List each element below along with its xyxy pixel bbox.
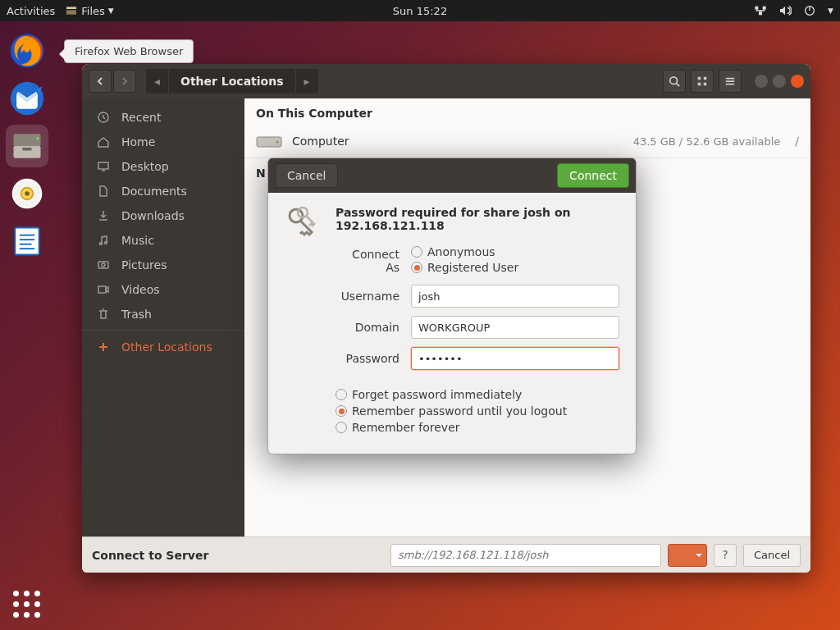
dock <box>0 21 54 630</box>
sidebar-label: Recent <box>121 111 161 124</box>
forward-button[interactable] <box>113 70 136 93</box>
path-prev[interactable]: ◂ <box>146 69 169 94</box>
drive-row-computer[interactable]: Computer 43.5 GB / 52.6 GB available / <box>244 125 810 158</box>
dialog-title: Password required for share josh on 192.… <box>336 206 619 232</box>
keys-icon <box>285 206 322 437</box>
path-current[interactable]: Other Locations <box>169 69 296 94</box>
dialog-cancel-button[interactable]: Cancel <box>275 163 338 188</box>
svg-point-36 <box>105 242 107 244</box>
sidebar-pictures[interactable]: Pictures <box>82 253 244 277</box>
svg-point-35 <box>100 243 103 245</box>
sidebar-label: Home <box>121 135 155 148</box>
svg-rect-17 <box>15 228 39 255</box>
radio-label: Remember password until you logout <box>352 404 567 418</box>
sidebar-label: Downloads <box>121 209 185 222</box>
sidebar-label: Documents <box>121 185 187 198</box>
server-address-input[interactable] <box>390 544 661 567</box>
dock-rhythmbox[interactable] <box>6 172 48 215</box>
radio-registered-user[interactable]: Registered User <box>411 261 619 274</box>
app-menu-label: Files <box>81 5 105 17</box>
connect-to-server-bar: Connect to Server ? Cancel <box>82 536 810 573</box>
svg-point-12 <box>36 137 39 139</box>
svg-rect-3 <box>763 7 766 10</box>
svg-rect-27 <box>698 83 701 86</box>
sidebar-label: Other Locations <box>121 340 212 354</box>
back-button[interactable] <box>89 70 112 93</box>
hamburger-menu[interactable] <box>719 70 742 93</box>
window-maximize[interactable] <box>773 75 786 88</box>
server-cancel-button[interactable]: Cancel <box>743 544 801 567</box>
sidebar-trash[interactable]: Trash <box>82 302 244 326</box>
chevron-down-icon: ▼ <box>108 7 114 15</box>
server-history-dropdown[interactable] <box>668 544 707 567</box>
svg-rect-0 <box>66 7 76 9</box>
top-panel: Activities Files ▼ Sun 15:22 ▼ <box>0 0 840 21</box>
path-next[interactable]: ▸ <box>296 69 319 94</box>
sidebar-videos[interactable]: Videos <box>82 277 244 302</box>
svg-point-43 <box>276 141 279 144</box>
status-area[interactable]: ▼ <box>754 4 833 17</box>
radio-label: Anonymous <box>427 245 495 258</box>
radio-anonymous[interactable]: Anonymous <box>411 245 619 258</box>
radio-label: Remember forever <box>352 421 460 434</box>
svg-rect-4 <box>759 11 762 15</box>
clock[interactable]: Sun 15:22 <box>393 5 447 17</box>
drive-name: Computer <box>292 135 633 148</box>
sidebar-home[interactable]: Home <box>82 130 244 154</box>
username-label: Username <box>336 290 411 303</box>
dock-writer[interactable] <box>6 220 48 262</box>
show-applications[interactable] <box>13 591 41 619</box>
drive-mount: / <box>795 135 799 148</box>
dock-thunderbird[interactable] <box>6 77 48 120</box>
username-input[interactable] <box>411 285 619 308</box>
connect-as-label: Connect As <box>336 248 411 274</box>
svg-rect-28 <box>704 83 707 86</box>
path-bar[interactable]: ◂ Other Locations ▸ <box>146 69 319 94</box>
server-help-button[interactable]: ? <box>714 544 737 567</box>
svg-line-24 <box>677 84 680 87</box>
dialog-header[interactable]: Cancel Connect <box>268 158 636 193</box>
sidebar-downloads[interactable]: Downloads <box>82 203 244 228</box>
files-titlebar[interactable]: ◂ Other Locations ▸ <box>82 64 810 98</box>
svg-rect-9 <box>14 134 41 146</box>
radio-remember-forever[interactable]: Remember forever <box>336 421 619 434</box>
domain-input[interactable] <box>411 316 619 339</box>
password-label: Password <box>336 352 411 365</box>
svg-rect-37 <box>98 262 108 268</box>
sidebar-label: Pictures <box>121 258 167 272</box>
sidebar-other-locations[interactable]: Other Locations <box>82 330 244 359</box>
svg-rect-25 <box>698 77 701 80</box>
password-input[interactable] <box>411 347 619 370</box>
sidebar-desktop[interactable]: Desktop <box>82 154 244 179</box>
app-menu[interactable]: Files ▼ <box>65 4 113 17</box>
svg-rect-33 <box>98 162 108 169</box>
dock-tooltip: Firefox Web Browser <box>64 39 194 63</box>
search-button[interactable] <box>663 70 686 93</box>
radio-forget-immediately[interactable]: Forget password immediately <box>336 388 619 401</box>
power-icon <box>803 4 816 17</box>
svg-rect-1 <box>66 10 76 14</box>
dock-firefox[interactable] <box>6 30 48 72</box>
svg-rect-39 <box>98 286 106 293</box>
activities-button[interactable]: Activities <box>7 5 55 17</box>
radio-label: Registered User <box>427 261 518 274</box>
window-close[interactable] <box>791 75 804 88</box>
radio-remember-until-logout[interactable]: Remember password until you logout <box>336 404 619 418</box>
dialog-connect-button[interactable]: Connect <box>557 163 629 188</box>
domain-label: Domain <box>336 321 411 334</box>
sidebar-label: Music <box>121 234 154 247</box>
svg-rect-26 <box>704 77 707 80</box>
window-minimize[interactable] <box>755 75 768 88</box>
svg-rect-2 <box>755 7 758 10</box>
sidebar-documents[interactable]: Documents <box>82 179 244 203</box>
section-on-this-computer: On This Computer <box>244 98 810 125</box>
volume-icon <box>778 4 792 17</box>
svg-point-38 <box>102 263 105 267</box>
auth-dialog: Cancel Connect Password required for sha… <box>267 158 637 454</box>
sidebar-label: Videos <box>121 283 160 296</box>
dock-files[interactable] <box>6 125 48 167</box>
drive-info: 43.5 GB / 52.6 GB available <box>633 135 781 148</box>
view-toggle[interactable] <box>691 70 714 93</box>
sidebar-recent[interactable]: Recent <box>82 105 244 130</box>
sidebar-music[interactable]: Music <box>82 228 244 253</box>
